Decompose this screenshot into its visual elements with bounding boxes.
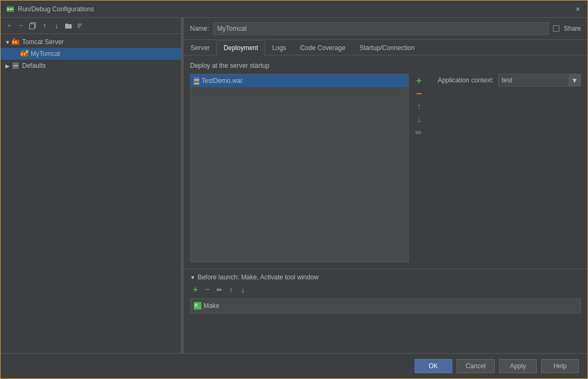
make-icon: M [194, 302, 201, 310]
list-actions: + − ↑ ↓ ✏ [413, 74, 425, 138]
tree-group-tomcat[interactable]: ▼ Tomcat Server [1, 36, 181, 48]
tab-logs[interactable]: Logs [265, 40, 293, 55]
tabs-bar: Server Deployment Logs Code Coverage Sta… [184, 40, 587, 55]
launch-item-make[interactable]: M Make [191, 299, 580, 313]
svg-point-1 [8, 8, 9, 10]
mytomcat-icon: ▶ [20, 50, 29, 58]
move-down-artifact-button[interactable]: ↓ [413, 114, 425, 125]
tomcat-group-icon [11, 38, 20, 46]
context-input-wrap: ▼ [498, 74, 581, 87]
close-button[interactable]: × [573, 5, 582, 13]
config-tree: ▼ Tomcat Server [1, 34, 181, 353]
tab-deployment[interactable]: Deployment [216, 40, 265, 55]
folder-config-button[interactable] [63, 20, 74, 31]
svg-rect-9 [13, 38, 15, 40]
add-launch-button[interactable]: + [190, 284, 201, 295]
share-area: Share [553, 25, 581, 32]
artifact-list: TestDemo.war [190, 74, 409, 262]
before-launch-label: Before launch: Make, Activate tool windo… [198, 273, 319, 281]
tab-code-coverage[interactable]: Code Coverage [293, 40, 352, 55]
context-row: Application context: ▼ [438, 74, 581, 87]
tomcat-group-label: Tomcat Server [22, 38, 64, 46]
remove-config-button[interactable]: − [16, 20, 26, 31]
name-label: Name: [190, 25, 209, 32]
before-launch-toolbar: + − ✏ ↑ ↓ [190, 284, 581, 295]
deploy-section: Deploy at the server startup [184, 55, 587, 269]
context-dropdown-button[interactable]: ▼ [569, 74, 580, 86]
defaults-label: Defaults [22, 62, 46, 69]
svg-rect-15 [24, 53, 25, 55]
svg-rect-13 [22, 50, 24, 52]
context-label: Application context: [438, 76, 494, 84]
svg-rect-19 [13, 65, 18, 66]
left-panel: + − ↑ ↓ [1, 18, 181, 353]
share-checkbox[interactable] [553, 25, 559, 32]
tree-arrow-tomcat: ▼ [4, 38, 11, 46]
before-launch-list: M Make [190, 298, 581, 313]
tree-arrow-empty [12, 50, 20, 58]
left-toolbar: + − ↑ ↓ [1, 18, 181, 34]
svg-rect-14 [21, 53, 23, 55]
svg-text:M: M [195, 304, 198, 308]
down-config-button[interactable]: ↓ [51, 20, 62, 31]
edit-artifact-button[interactable]: ✏ [413, 127, 425, 138]
tree-item-defaults[interactable]: ▶ Defaults [1, 60, 181, 72]
apply-button[interactable]: Apply [499, 359, 537, 373]
artifact-name: TestDemo.war [201, 77, 243, 85]
tree-item-mytomcat[interactable]: ▶ MyTomcat [1, 48, 181, 60]
add-artifact-button[interactable]: + [413, 75, 425, 87]
main-content: + − ↑ ↓ [1, 18, 587, 353]
svg-rect-10 [12, 41, 14, 44]
dialog-icon [6, 5, 15, 13]
title-bar-left: Run/Debug Configurations [6, 5, 94, 13]
artifact-item-testdemo[interactable]: TestDemo.war [191, 74, 408, 87]
defaults-icon [11, 61, 20, 70]
before-launch-section: ▼ Before launch: Make, Activate tool win… [184, 269, 587, 318]
copy-config-button[interactable] [27, 20, 38, 31]
cancel-button[interactable]: Cancel [457, 359, 495, 373]
help-button[interactable]: Help [541, 359, 579, 373]
up-config-button[interactable]: ↑ [39, 20, 50, 31]
deploy-label: Deploy at the server startup [190, 62, 581, 69]
up-launch-button[interactable]: ↑ [226, 284, 236, 295]
deploy-main: TestDemo.war + − ↑ ↓ ✏ [190, 74, 581, 262]
tab-startup-connection[interactable]: Startup/Connection [352, 40, 422, 55]
before-launch-header: ▼ Before launch: Make, Activate tool win… [190, 273, 581, 281]
move-up-artifact-button[interactable]: ↑ [413, 101, 425, 113]
tree-arrow-defaults: ▶ [4, 62, 11, 69]
tab-server[interactable]: Server [184, 40, 216, 55]
before-launch-toggle[interactable]: ▼ [190, 275, 195, 280]
svg-rect-11 [15, 41, 17, 44]
dialog-title: Run/Debug Configurations [18, 5, 94, 13]
app-context-section: Application context: ▼ [438, 74, 581, 87]
launch-item-make-label: Make [204, 302, 219, 310]
down-launch-button[interactable]: ↓ [237, 284, 248, 295]
svg-rect-4 [30, 24, 34, 29]
ok-button[interactable]: OK [415, 359, 452, 373]
remove-artifact-button[interactable]: − [413, 88, 425, 100]
mytomcat-label: MyTomcat [31, 50, 60, 58]
remove-launch-button[interactable]: − [202, 284, 213, 295]
tab-content-deployment: Deploy at the server startup [184, 55, 587, 353]
bottom-bar: OK Cancel Apply Help [1, 353, 587, 378]
sort-config-button[interactable] [75, 20, 86, 31]
add-config-button[interactable]: + [4, 20, 15, 31]
name-row: Name: Share [184, 18, 587, 40]
edit-launch-button[interactable]: ✏ [214, 284, 225, 295]
name-input[interactable] [213, 22, 549, 35]
run-debug-dialog: Run/Debug Configurations × + − ↑ ↓ [0, 0, 588, 379]
share-label: Share [564, 25, 581, 32]
context-input[interactable] [499, 74, 569, 86]
right-panel: Name: Share Server Deployment Logs Code … [184, 18, 587, 353]
title-bar: Run/Debug Configurations × [1, 1, 587, 18]
